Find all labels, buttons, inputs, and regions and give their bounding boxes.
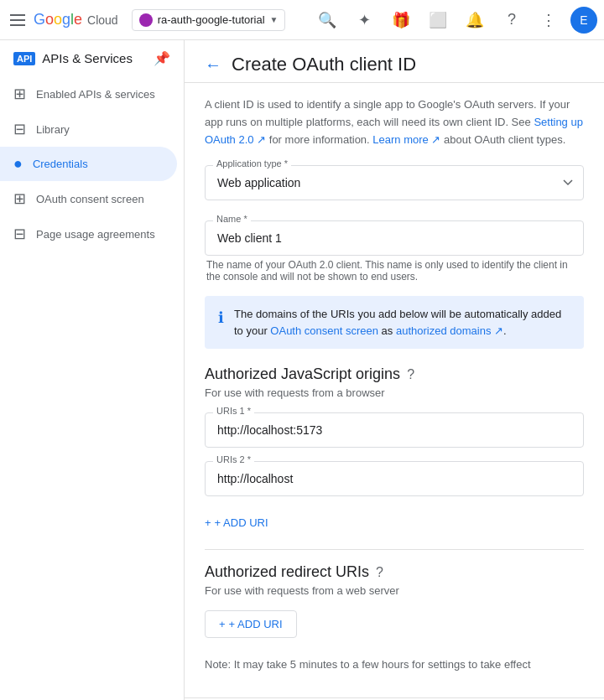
authorized-domains-link[interactable]: authorized domains ↗ [396,324,503,337]
oauth-consent-icon: ⊞ [13,189,26,208]
oauth-consent-link[interactable]: OAuth consent screen [270,324,378,337]
uri2-input[interactable] [205,461,584,496]
api-badge: API [13,52,35,65]
terminal-icon[interactable]: ⬜ [423,5,453,35]
application-type-select[interactable]: Web application [205,165,584,200]
section-divider [205,549,584,550]
content-area: ← Create OAuth client ID A client ID is … [185,40,604,700]
redirect-uris-help-icon[interactable]: ? [376,565,383,580]
add-uri-js-label: + ADD URI [215,516,268,529]
project-selector[interactable]: ra-auth-google-tutorial ▼ [132,9,286,31]
google-cloud-logo[interactable]: Google Cloud [34,11,118,29]
add-uri-js-button[interactable]: + + ADD URI [205,510,268,536]
info-box: ℹ The domains of the URIs you add below … [205,296,584,349]
redirect-uris-section: Authorized redirect URIs ? For use with … [205,563,584,638]
page-usage-icon: ⊟ [13,225,26,243]
uri2-group: URIs 2 [205,461,584,496]
learn-more-link[interactable]: Learn more ↗ [372,133,440,146]
content-header: ← Create OAuth client ID [185,40,604,83]
name-helper-text: The name of your OAuth 2.0 client. This … [205,259,584,283]
uri1-group: URIs 1 [205,412,584,448]
sidebar-item-enabled-apis[interactable]: ⊞ Enabled APIs & services [0,76,177,111]
credentials-icon: ● [13,155,23,173]
sidebar-item-label: OAuth consent screen [36,193,144,205]
page-title: Create OAuth client ID [232,54,416,75]
avatar[interactable]: E [570,7,597,34]
application-type-label: Application type [213,158,291,169]
content-body: A client ID is used to identify a single… [185,83,604,697]
add-uri-redirect-label: + ADD URI [229,618,283,630]
sidebar-item-page-usage[interactable]: ⊟ Page usage agreements [0,216,177,251]
note-text: Note: It may take 5 minutes to a few hou… [205,658,584,671]
topbar: Google Cloud ra-auth-google-tutorial ▼ 🔍… [0,0,604,40]
ai-icon[interactable]: ✦ [349,5,379,35]
hamburger-menu-icon[interactable] [7,10,27,30]
pin-icon[interactable]: 📌 [154,50,170,66]
sidebar: API APIs & Services 📌 ⊞ Enabled APIs & s… [0,40,185,700]
redirect-uris-title: Authorized redirect URIs ? [205,563,584,581]
help-icon[interactable]: ? [497,5,527,35]
project-selector-icon [139,13,153,27]
bell-icon[interactable]: 🔔 [460,5,490,35]
add-uri-redirect-button[interactable]: + + ADD URI [205,610,297,638]
sidebar-item-label: Library [36,123,70,136]
sidebar-item-credentials[interactable]: ● Credentials [0,147,177,181]
js-origins-section: Authorized JavaScript origins ? For use … [205,366,584,536]
main-layout: API APIs & Services 📌 ⊞ Enabled APIs & s… [0,40,604,700]
sidebar-item-oauth-consent[interactable]: ⊞ OAuth consent screen [0,181,177,216]
project-dropdown-icon: ▼ [270,15,279,24]
redirect-uris-desc: For use with requests from a web server [205,584,584,597]
js-origins-title: Authorized JavaScript origins ? [205,366,584,383]
page-description: A client ID is used to identify a single… [205,96,584,148]
js-origins-desc: For use with requests from a browser [205,386,584,399]
application-type-group: Application type Web application [205,165,584,200]
uri1-input[interactable] [205,412,584,448]
sidebar-item-label: Credentials [33,158,88,170]
cloud-text: Cloud [87,13,118,27]
enabled-apis-icon: ⊞ [13,85,26,103]
sidebar-item-library[interactable]: ⊟ Library [0,111,177,147]
sidebar-header: API APIs & Services 📌 [0,40,184,76]
info-box-content: The domains of the URIs you add below wi… [234,306,570,339]
info-icon: ℹ [218,307,224,339]
sidebar-item-label: Enabled APIs & services [36,88,155,101]
name-label: Name [213,214,251,224]
name-input[interactable] [205,220,584,256]
uri2-label: URIs 2 [213,454,254,464]
more-options-icon[interactable]: ⋮ [534,5,564,35]
sidebar-item-label: Page usage agreements [36,228,155,241]
js-origins-help-icon[interactable]: ? [407,367,414,382]
name-group: Name The name of your OAuth 2.0 client. … [205,220,584,283]
project-name: ra-auth-google-tutorial [158,13,265,26]
library-icon: ⊟ [13,120,26,138]
gift-icon[interactable]: 🎁 [386,5,416,35]
add-uri-redirect-icon: + [219,618,226,630]
sidebar-title: APIs & Services [42,51,133,65]
search-icon[interactable]: 🔍 [312,5,342,35]
uri1-label: URIs 1 [213,406,254,416]
add-uri-js-icon: + [205,516,211,529]
back-button[interactable]: ← [205,55,221,75]
